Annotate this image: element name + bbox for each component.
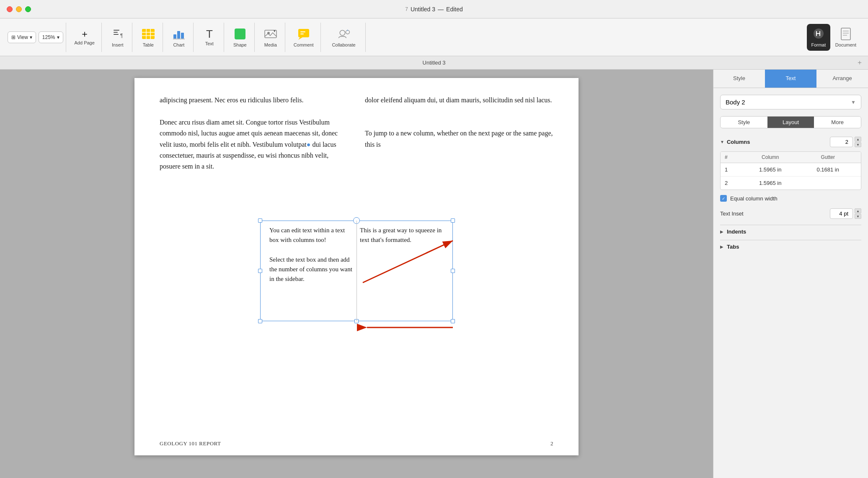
- tab-title: Untitled 3: [423, 60, 446, 66]
- tab-style[interactable]: Style: [713, 70, 765, 88]
- media-group: ▾ Media: [256, 23, 285, 52]
- fullscreen-button[interactable]: [25, 6, 31, 12]
- toolbar: ⊞ View ▾ 125% ▾ ＋ Add Page ¶ Inse: [0, 18, 868, 56]
- media-icon: ▾: [264, 27, 277, 41]
- columns-count-down-arrow[interactable]: ▼: [855, 142, 861, 147]
- row1-column: 1.5965 in: [741, 166, 799, 173]
- svg-rect-16: [298, 29, 309, 37]
- minimize-button[interactable]: [16, 6, 22, 12]
- text-button[interactable]: T Text: [198, 24, 221, 51]
- text-label: Text: [205, 41, 214, 46]
- title-bar: 7 Untitled 3 — Edited: [0, 0, 868, 18]
- col-header-num: #: [725, 154, 741, 160]
- svg-text:¶: ¶: [120, 33, 123, 39]
- insert-group: ¶ Insert: [103, 23, 132, 52]
- title-separator: —: [438, 6, 444, 13]
- tabs-section: ▶ Tabs: [720, 240, 861, 253]
- style-dropdown-value: Body 2: [726, 99, 745, 106]
- sub-tab-layout[interactable]: Layout: [767, 117, 814, 128]
- shape-group: Shape: [226, 23, 255, 52]
- tabs-header[interactable]: ▶ Tabs: [720, 240, 861, 253]
- table-label: Table: [143, 42, 154, 47]
- columns-title-text: Columns: [727, 139, 750, 145]
- chart-button[interactable]: Chart: [167, 24, 191, 51]
- sub-tab-style-label: Style: [738, 119, 750, 125]
- close-button[interactable]: [7, 6, 13, 12]
- document-button[interactable]: Document: [831, 24, 860, 51]
- indents-section: ▶ Indents: [720, 225, 861, 238]
- shape-label: Shape: [233, 42, 247, 47]
- comment-icon: [297, 27, 310, 41]
- format-button[interactable]: Format: [807, 24, 830, 51]
- text-inset-up-arrow[interactable]: ▲: [855, 208, 861, 213]
- text-inset-value[interactable]: 4 pt: [830, 208, 853, 219]
- add-page-icon: ＋: [80, 29, 89, 39]
- svg-text:▾: ▾: [274, 29, 276, 33]
- comment-label: Comment: [294, 42, 314, 47]
- tab-text-label: Text: [786, 75, 796, 81]
- equal-column-width-row[interactable]: ✓ Equal column width: [720, 195, 861, 202]
- svg-rect-9: [173, 34, 176, 39]
- insert-icon: ¶: [112, 27, 124, 41]
- svg-rect-25: [841, 28, 850, 40]
- collaborate-button[interactable]: + Collaborate: [325, 24, 363, 51]
- columns-count-arrows[interactable]: ▲ ▼: [855, 137, 861, 147]
- text-icon: T: [206, 29, 213, 39]
- sidebar-content: Body 2 ▼ Style Layout More ▼ Column: [713, 88, 868, 478]
- columns-section-title: ▼ Columns: [720, 139, 750, 145]
- insert-button[interactable]: ¶ Insert: [106, 24, 129, 51]
- style-dropdown[interactable]: Body 2 ▼: [720, 95, 861, 109]
- equal-column-width-label: Equal column width: [730, 195, 778, 202]
- edited-status: Edited: [446, 6, 463, 13]
- sub-tab-style[interactable]: Style: [721, 117, 767, 128]
- main-area: adipiscing praesent. Nec eros eu ridicul…: [0, 70, 868, 478]
- columns-count-up-arrow[interactable]: ▲: [855, 137, 861, 142]
- shape-button[interactable]: Shape: [228, 24, 252, 51]
- text-group: T Text: [195, 23, 224, 52]
- add-page-label: Add Page: [75, 40, 95, 45]
- comment-button[interactable]: Comment: [289, 24, 318, 51]
- row1-num: 1: [725, 166, 741, 173]
- row2-num: 2: [725, 180, 741, 186]
- footer-left: GEOLOGY 101 REPORT: [160, 440, 221, 447]
- canvas-area[interactable]: adipiscing praesent. Nec eros eu ridicul…: [0, 70, 713, 478]
- text-inset-down-arrow[interactable]: ▼: [855, 214, 861, 219]
- tab-arrange[interactable]: Arrange: [816, 70, 868, 88]
- indents-header[interactable]: ▶ Indents: [720, 225, 861, 238]
- tab-bar: Untitled 3 ＋: [0, 56, 868, 70]
- svg-rect-10: [177, 31, 180, 39]
- zoom-button[interactable]: 125% ▾: [39, 31, 63, 43]
- columns-table: # Column Gutter 1 1.5965 in 0.1681 in 2 …: [720, 151, 861, 190]
- sidebar: Style Text Arrange Body 2 ▼ Style: [713, 70, 868, 478]
- col-header-column: Column: [741, 154, 799, 160]
- sub-tab-more-label: More: [831, 119, 844, 125]
- view-button[interactable]: ⊞ View ▾: [8, 31, 36, 43]
- svg-rect-0: [114, 30, 119, 31]
- text-inset-stepper[interactable]: 4 pt ▲ ▼: [830, 208, 861, 219]
- columns-count-value[interactable]: 2: [830, 137, 853, 147]
- add-page-group: ＋ Add Page: [68, 23, 102, 52]
- row1-gutter: 0.1681 in: [799, 166, 857, 173]
- sub-tab-more[interactable]: More: [814, 117, 861, 128]
- format-icon: [812, 27, 825, 41]
- app-icon: 7: [405, 6, 408, 12]
- media-button[interactable]: ▾ Media: [259, 24, 282, 51]
- col-header-gutter: Gutter: [799, 154, 857, 160]
- view-chevron-icon: ▾: [30, 34, 32, 40]
- table-button[interactable]: Table: [137, 24, 160, 51]
- table-group: Table: [134, 23, 163, 52]
- indents-chevron-icon: ▶: [720, 229, 723, 234]
- collaborate-group: + Collaborate: [323, 23, 366, 52]
- format-label: Format: [811, 42, 826, 47]
- columns-count-stepper[interactable]: 2 ▲ ▼: [830, 137, 861, 147]
- document-icon: [839, 27, 852, 41]
- table-row: 1 1.5965 in 0.1681 in: [721, 163, 861, 177]
- add-page-button[interactable]: ＋ Add Page: [70, 24, 99, 51]
- indents-title: Indents: [727, 229, 746, 235]
- text-inset-arrows[interactable]: ▲ ▼: [855, 208, 861, 219]
- format-group: Format Document: [804, 23, 863, 52]
- equal-column-width-checkbox[interactable]: ✓: [720, 195, 727, 202]
- svg-text:+: +: [346, 29, 349, 32]
- tab-text[interactable]: Text: [765, 70, 816, 88]
- add-tab-button[interactable]: ＋: [856, 58, 863, 67]
